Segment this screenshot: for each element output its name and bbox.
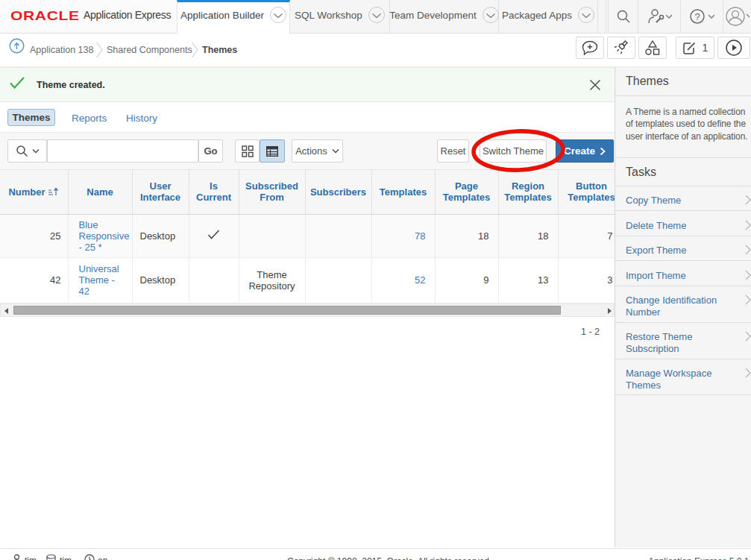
svg-text:?: ? — [694, 11, 700, 22]
